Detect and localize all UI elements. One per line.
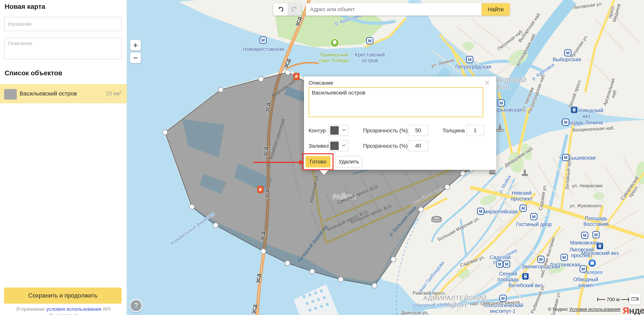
page-title: Новая карта	[4, 3, 45, 10]
ruler-button[interactable]	[630, 293, 640, 305]
contour-color-swatch	[330, 126, 339, 135]
polygon-vertex-handle[interactable]	[190, 204, 194, 209]
polygon-vertex-handle[interactable]	[460, 171, 465, 176]
contour-transparency-label: Прозрачность (%)	[363, 128, 408, 134]
save-and-continue-button[interactable]: Сохранить и продолжить	[4, 287, 122, 304]
thickness-input[interactable]	[466, 125, 484, 136]
terms-of-use-link[interactable]: Условия использования	[569, 306, 620, 312]
redo-icon	[291, 6, 298, 13]
ruler-icon	[631, 297, 639, 301]
undo-icon	[277, 6, 284, 13]
chevron-down-icon	[342, 129, 346, 132]
help-button[interactable]: ?	[130, 299, 142, 312]
thickness-label: Толщина	[442, 128, 465, 134]
polygon-vertex-handle[interactable]	[258, 77, 264, 81]
map-name-input[interactable]	[4, 17, 122, 31]
zoom-out-button[interactable]: −	[130, 53, 141, 63]
map-scale: 700 м	[597, 296, 629, 302]
map-canvas[interactable]: НовокрестовскаяКрестовский островПетрогр…	[127, 0, 644, 315]
polygon-vertex-handle[interactable]	[418, 207, 424, 212]
polygon-vertex-handle[interactable]	[445, 185, 450, 190]
object-area: 23 км2	[106, 90, 122, 97]
polygon-description-textarea[interactable]: Васильевский остров	[308, 87, 483, 117]
done-button[interactable]: Готово	[306, 156, 330, 167]
polygon-vertex-handle[interactable]	[338, 277, 343, 282]
redo-button[interactable]	[288, 3, 302, 16]
polygon-properties-dialog: Описание ✕ Васильевский остров Контур Пр…	[304, 77, 496, 170]
dialog-description-label: Описание	[308, 80, 333, 86]
undo-button[interactable]	[274, 3, 288, 16]
map-attribution: © Яндекс Условия использования	[548, 306, 620, 312]
polygon-vertex-handle[interactable]	[213, 223, 218, 228]
object-list-item[interactable]: Васильевский остров 23 км2	[0, 84, 127, 103]
delete-button[interactable]: Удалить	[336, 156, 362, 167]
polygon-vertex-handle[interactable]	[285, 70, 290, 75]
fill-transparency-label: Прозрачность (%)	[363, 143, 408, 149]
map-description-input[interactable]	[4, 38, 122, 59]
terms-text: Я принимаю условия использования API Янд…	[0, 306, 127, 315]
contour-transparency-input[interactable]	[408, 125, 428, 136]
chevron-down-icon	[342, 144, 346, 148]
polygon-vertex-handle[interactable]	[391, 257, 396, 262]
dialog-tail	[319, 170, 328, 175]
polygon-vertex-handle[interactable]	[162, 130, 168, 135]
yandex-logo: Яндекс	[623, 305, 644, 315]
fill-label: Заливка	[308, 143, 329, 149]
object-color-swatch	[4, 89, 17, 100]
fill-transparency-input[interactable]	[408, 140, 428, 151]
contour-color-dropdown[interactable]	[328, 125, 348, 136]
polygon-vertex-handle[interactable]	[218, 87, 223, 92]
polygon-vertex-handle[interactable]	[261, 249, 266, 254]
contour-label: Контур	[308, 128, 326, 134]
terms-link[interactable]: условия использования	[46, 306, 101, 312]
scale-label: 700 м	[605, 296, 621, 302]
objects-list-heading: Список объектов	[4, 69, 62, 77]
polygon-vertex-handle[interactable]	[285, 261, 290, 266]
sidebar: Новая карта Список объектов Васильевский…	[0, 0, 127, 315]
search-bar	[306, 3, 482, 16]
object-name: Васильевский остров	[20, 90, 77, 97]
fill-color-swatch	[330, 142, 339, 150]
zoom-in-button[interactable]: +	[130, 40, 141, 51]
polygon-vertex-handle[interactable]	[372, 283, 377, 288]
search-input[interactable]	[306, 3, 482, 16]
polygon-vertex-handle[interactable]	[310, 269, 315, 274]
find-button[interactable]: Найти	[482, 3, 510, 16]
close-icon[interactable]: ✕	[482, 78, 492, 88]
fill-color-dropdown[interactable]	[328, 140, 348, 151]
